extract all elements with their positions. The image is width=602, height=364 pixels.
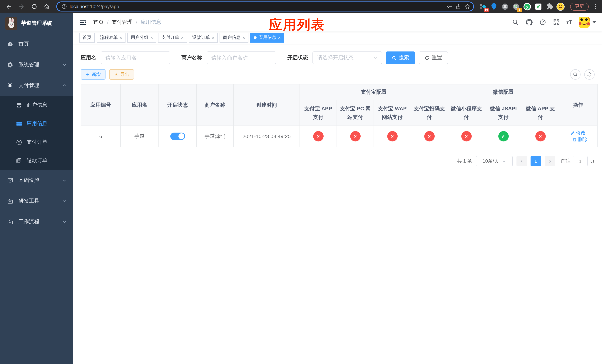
sidebar-item-payment[interactable]: ¥ 支付管理 (0, 75, 73, 96)
search-button-label: 搜索 (399, 54, 409, 61)
column-header-alipay-app: 支付宝 APP 支付 (300, 100, 337, 126)
browser-update-button[interactable]: 更新 (570, 2, 589, 11)
password-key-icon[interactable] (445, 2, 454, 11)
breadcrumb-separator: / (107, 19, 108, 25)
add-button[interactable]: 新增 (81, 69, 106, 80)
github-icon[interactable] (525, 19, 533, 26)
app-title: 芋道管理系统 (21, 20, 52, 27)
extension-yuque-icon[interactable]: y (523, 2, 532, 11)
refresh-button[interactable] (584, 69, 595, 80)
tab-home[interactable]: 首页 (79, 33, 95, 43)
back-icon[interactable] (4, 1, 14, 12)
extension-command-icon[interactable]: ⌘ (501, 2, 509, 11)
tab-refund-order[interactable]: 退款订单× (189, 33, 218, 43)
home-icon[interactable] (42, 1, 52, 12)
extension-blue-diamond-icon[interactable]: 10 (478, 2, 487, 11)
sidebar-item-home[interactable]: 首页 (0, 34, 73, 54)
dashboard-icon (7, 41, 13, 47)
sidebar-item-pay-order[interactable]: 支付订单 (0, 133, 73, 151)
export-button[interactable]: 导出 (109, 69, 134, 80)
browser-menu-icon[interactable] (592, 2, 598, 11)
jump-page-input[interactable] (573, 156, 588, 166)
sidebar-item-workflow[interactable]: 工作流程 (0, 212, 73, 232)
url-host: localhost (70, 4, 89, 9)
search-button[interactable]: 搜索 (386, 52, 415, 64)
breadcrumb: 首页 / 支付管理 / 应用信息 (93, 19, 161, 26)
close-icon[interactable]: × (181, 35, 184, 40)
page-size-value: 10条/页 (483, 158, 499, 164)
extension-balloon-icon[interactable] (489, 2, 498, 11)
fullscreen-icon[interactable] (553, 19, 560, 26)
user-menu[interactable] (579, 17, 596, 28)
tab-label: 退款订单 (192, 34, 210, 41)
chevron-down-icon (62, 178, 67, 182)
merchant-name-input[interactable] (207, 52, 276, 64)
pagination-total: 共 1 条 (457, 158, 472, 164)
sidebar-item-app-info[interactable]: 应用信息 (0, 114, 73, 133)
toolbox-icon (7, 219, 13, 225)
close-icon[interactable]: × (119, 35, 122, 40)
forward-icon[interactable] (16, 1, 27, 12)
delete-link[interactable]: 删除 (572, 136, 588, 143)
search-icon[interactable] (512, 19, 519, 26)
cell-app-name: 芋道 (120, 126, 159, 147)
address-bar[interactable]: localhost:1024/pay/app (56, 1, 474, 11)
enabled-status-select[interactable]: 请选择开启状态 (312, 52, 382, 64)
help-icon[interactable] (539, 19, 547, 26)
close-icon[interactable]: × (278, 35, 281, 40)
reset-button[interactable]: 重置 (419, 52, 448, 64)
reset-button-label: 重置 (432, 54, 442, 61)
tab-label: 用户分组 (131, 34, 149, 41)
share-icon[interactable] (454, 2, 463, 11)
status-cross-icon: × (387, 131, 398, 141)
sidebar-item-system[interactable]: 系统管理 (0, 54, 73, 75)
sidebar-item-merchant-info[interactable]: 商户信息 (0, 96, 73, 114)
app-name-input[interactable] (101, 52, 170, 64)
hide-search-button[interactable] (570, 69, 580, 80)
caret-down-icon (592, 21, 596, 23)
breadcrumb-section[interactable]: 支付管理 (112, 19, 133, 26)
extensions-puzzle-icon[interactable] (545, 2, 554, 11)
sidebar-item-label: 工作流程 (19, 218, 39, 225)
sidebar-collapse-icon[interactable] (79, 18, 87, 26)
close-icon[interactable]: × (150, 35, 153, 40)
tab-merchant-info[interactable]: 商户信息× (220, 33, 248, 43)
sidebar-item-label: 系统管理 (19, 62, 39, 68)
app-logo[interactable]: 芋道管理系统 (0, 13, 73, 34)
prev-page-button[interactable] (516, 156, 527, 166)
edit-link[interactable]: 修改 (570, 130, 586, 136)
sidebar-item-label: 应用信息 (27, 120, 47, 127)
next-page-button[interactable] (545, 156, 555, 166)
browser-profile-avatar[interactable] (556, 2, 565, 11)
sidebar-item-refund-order[interactable]: 退款订单 (0, 151, 73, 170)
reload-icon[interactable] (29, 1, 39, 12)
font-size-icon[interactable]: TT (567, 19, 572, 26)
tab-user-group[interactable]: 用户分组× (127, 33, 156, 43)
sidebar-item-label: 研发工具 (19, 198, 39, 204)
close-icon[interactable]: × (212, 35, 214, 40)
tab-pay-order[interactable]: 支付订单× (158, 33, 187, 43)
app-table: 应用编号 应用名 开启状态 商户名称 创建时间 支付宝配置 微信配置 操作 支付… (81, 84, 598, 147)
page-size-select[interactable]: 10条/页 (476, 156, 513, 166)
add-button-label: 新增 (92, 71, 101, 78)
tab-process-form[interactable]: 流程表单× (97, 33, 126, 43)
extension-recorder-icon[interactable]: 1 (512, 2, 521, 11)
page-content: 应用名 商户名称 开启状态 请选择开启状态 (73, 44, 602, 364)
tab-label: 支付订单 (161, 34, 179, 41)
breadcrumb-home[interactable]: 首页 (93, 19, 104, 26)
tab-label: 流程表单 (100, 34, 118, 41)
bookmark-star-icon[interactable] (463, 2, 472, 11)
close-icon[interactable]: × (243, 35, 245, 40)
site-info-icon[interactable] (60, 2, 68, 11)
tab-app-info[interactable]: 应用信息× (250, 33, 284, 43)
sidebar-item-dev-tools[interactable]: 研发工具 (0, 191, 73, 212)
extension-grasshopper-icon[interactable] (534, 2, 543, 11)
logo-rabbit-image (5, 17, 17, 30)
edit-link-label: 修改 (576, 130, 586, 136)
page-number-button[interactable]: 1 (531, 156, 541, 166)
export-button-label: 导出 (120, 71, 129, 78)
sidebar-item-infrastructure[interactable]: 基础设施 (0, 170, 73, 191)
sidebar-item-label: 支付订单 (27, 139, 47, 146)
enabled-toggle[interactable] (170, 133, 185, 140)
tags-view-bar: 首页 流程表单× 用户分组× 支付订单× 退款订单× 商户信息× 应用信息× (73, 32, 602, 44)
